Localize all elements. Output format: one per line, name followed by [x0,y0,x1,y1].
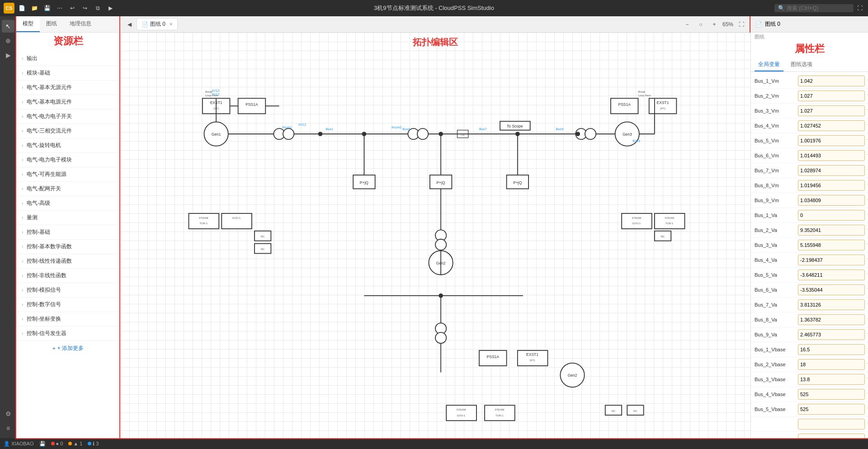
prop-input-0[interactable] [798,76,865,86]
resource-label-18: 控制-坐标变换 [27,315,61,323]
play-tool-btn[interactable]: ▶ [2,49,14,61]
resource-label-15: 控制-非线性函数 [27,272,66,279]
svg-text:Loop Here: Loop Here [638,94,651,97]
run-btn[interactable]: ▶ [105,3,116,14]
resource-item-ctrl-linear[interactable]: › 控制-线性传递函数 [16,254,120,269]
svg-text:GOV-1: GOV-1 [632,222,641,225]
prop-input-17[interactable] [798,329,865,340]
prop-input-13[interactable] [798,269,865,280]
redo-btn[interactable]: ↪ [80,3,90,14]
prop-input-22[interactable] [798,404,865,415]
resource-item-ctrl-basic[interactable]: › 控制-基础 [16,225,120,240]
prop-input-20[interactable] [798,374,865,385]
prop-input-5[interactable] [798,150,865,161]
prop-input-3[interactable] [798,120,865,131]
resource-item-ctrl-math[interactable]: › 控制-基本数学函数 [16,240,120,254]
prop-row-9: Bus_1_Va fx ⋮ [751,208,868,223]
more-btn[interactable]: ⋯ [54,3,65,14]
new-file-btn[interactable]: 📄 [16,3,27,14]
zoom-expand-btn[interactable]: ⛶ [736,19,747,30]
nav-back-btn[interactable]: ◀ [124,19,135,30]
tab-model[interactable]: 模型 [16,16,40,32]
resource-item-output[interactable]: › 输出 [16,52,120,66]
zoom-out-btn[interactable]: − [682,19,693,30]
cursor-tool-btn[interactable]: ↖ [2,20,14,33]
prop-input-6[interactable] [798,165,865,176]
prop-input-8[interactable] [798,195,865,206]
resource-item-elec-source[interactable]: › 电气-基本电源元件 [16,95,120,109]
arrow-icon-16: › [22,288,23,293]
prop-input-2[interactable] [798,105,865,116]
prop-input-24[interactable] [798,434,865,438]
svg-point-42 [435,239,446,250]
connect-tool-btn[interactable]: ⊕ [2,34,14,47]
prop-input-4[interactable] [798,135,865,146]
prop-input-12[interactable] [798,255,865,265]
prop-input-9[interactable] [798,210,865,221]
resource-item-measure[interactable]: › 量测 [16,211,120,225]
resource-item-ctrl-signal-gen[interactable]: › 控制-信号发生器 [16,326,120,341]
prop-input-23[interactable] [798,419,865,430]
sub-tab-sheet-options[interactable]: 图纸选项 [787,58,816,71]
open-btn[interactable]: 📁 [29,3,40,14]
svg-text:To Scope: To Scope [507,124,523,128]
zoom-in-btn[interactable]: + [709,19,720,30]
search-box[interactable]: 🔍 [774,4,854,12]
prop-input-14[interactable] [798,284,865,295]
svg-text:TUR-1: TUR-1 [665,222,674,225]
resource-item-elec-passive[interactable]: › 电气-基本无源元件 [16,80,120,95]
svg-rect-86 [485,405,515,421]
undo-btn[interactable]: ↩ [67,3,78,14]
copy-btn[interactable]: ⧉ [92,3,103,14]
add-more-btn[interactable]: + + 添加更多 [16,341,120,356]
prop-input-15[interactable] [798,299,865,310]
layers-btn[interactable]: ≡ [2,422,14,435]
resource-item-elec-switch[interactable]: › 电气-电力电子开关 [16,109,120,124]
save-status-icon: 💾 [39,441,46,447]
maximize-btn[interactable]: ⛶ [855,4,864,13]
prop-row-4: Bus_5_Vm fx ⋮ [751,133,868,148]
prop-input-21[interactable] [798,389,865,400]
resource-item-ctrl-analog[interactable]: › 控制-模拟信号 [16,283,120,298]
prop-input-1[interactable] [798,90,865,101]
sub-tab-global-vars[interactable]: 全局变量 [755,58,783,71]
resource-label-6: 电气-旋转电机 [27,142,61,149]
canvas-main[interactable]: 拓扑编辑区 .comp-box { fill: white; stroke: #… [120,33,750,438]
resource-item-elec-advanced[interactable]: › 电气-高级 [16,196,120,211]
resource-item-ctrl-nonlinear[interactable]: › 控制-非线性函数 [16,269,120,283]
resource-item-elec-pe-module[interactable]: › 电气-电力电子模块 [16,153,120,167]
canvas-tab[interactable]: 📄 图纸 0 ✕ [137,18,178,30]
zoom-fit-btn[interactable]: ○ [695,19,706,30]
prop-row-17: Bus_9_Va fx ⋮ [751,327,868,342]
prop-input-19[interactable] [798,359,865,370]
svg-rect-62 [655,213,685,229]
properties-header-label: 图纸 0 [765,20,780,28]
resource-item-elec-motor[interactable]: › 电气-旋转电机 [16,138,120,153]
resource-item-elec-dist-sw[interactable]: › 电气-配网开关 [16,182,120,196]
save-btn[interactable]: 💾 [42,3,52,14]
prop-input-18[interactable] [798,344,865,355]
tab-schematic[interactable]: 图纸 [40,16,63,32]
svg-rect-83 [446,405,476,421]
settings-btn[interactable]: ⚙ [2,407,14,420]
prop-input-10[interactable] [798,225,865,236]
tab-geo[interactable]: 地理信息 [63,16,98,32]
prop-row-19: Bus_2_Vbase fx ⋮ [751,357,868,372]
search-input[interactable] [787,5,850,11]
resource-item-elec-renewable[interactable]: › 电气-可再生能源 [16,167,120,182]
top-toolbar: CS 📄 📁 💾 ⋯ ↩ ↪ ⧉ ▶ 3机9节点标准测试系统 - CloudPS… [0,0,868,16]
prop-input-7[interactable] [798,180,865,191]
resource-item-elec-3phase[interactable]: › 电气-三相交流元件 [16,124,120,138]
prop-row-6: Bus_7_Vm fx ⋮ [751,163,868,178]
resource-label-19: 控制-信号发生器 [27,330,66,337]
svg-text:PSS1A: PSS1A [618,102,631,107]
prop-input-16[interactable] [798,314,865,325]
properties-title: 属性栏 [751,40,868,58]
resource-item-ctrl-digital[interactable]: › 控制-数字信号 [16,298,120,312]
resource-label-3: 电气-基本电源元件 [27,98,72,106]
prop-row-24: fx ⋮ [751,432,868,438]
resource-item-module-basic[interactable]: › 模块-基础 [16,66,120,80]
canvas-tab-close-icon[interactable]: ✕ [169,22,173,27]
prop-input-11[interactable] [798,240,865,250]
resource-item-ctrl-coord[interactable]: › 控制-坐标变换 [16,312,120,326]
